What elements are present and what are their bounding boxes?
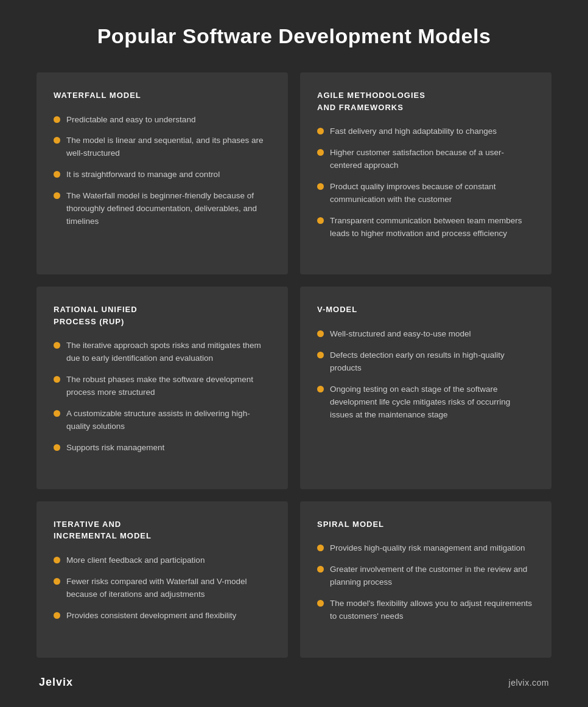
bullet-text: Predictable and easy to understand [66, 114, 195, 127]
bullet-dot-icon [317, 128, 324, 134]
brand-name: Jelvix [39, 676, 73, 689]
bullet-dot-icon [317, 566, 324, 573]
card-spiral: SPIRAL MODELProvides high-quality risk m… [300, 501, 551, 658]
bullet-dot-icon [317, 217, 324, 224]
list-item: The Waterfall model is beginner-friendly… [54, 190, 271, 228]
list-item: More client feedback and participation [54, 554, 271, 567]
card-title-rup: RATIONAL UNIFIEDPROCESS (RUP) [54, 304, 271, 327]
list-item: Greater involvement of the customer in t… [317, 563, 534, 589]
list-item: Supports risk management [54, 442, 271, 454]
bullet-dot-icon [54, 171, 60, 178]
bullet-text: The model is linear and sequential, and … [66, 134, 271, 160]
footer: Jelvix jelvix.com [37, 676, 551, 689]
bullet-dot-icon [54, 137, 60, 144]
list-item: The iterative approach spots risks and m… [54, 340, 271, 365]
card-title-spiral: SPIRAL MODEL [317, 518, 534, 531]
page-title: Popular Software Development Models [97, 24, 491, 48]
bullet-dot-icon [54, 192, 60, 199]
card-title-iterative: ITERATIVE ANDINCREMENTAL MODEL [54, 518, 271, 542]
cards-grid: WATERFALL MODELPredictable and easy to u… [37, 72, 551, 658]
bullet-text: Transparent communication between team m… [330, 215, 534, 240]
bullet-text: Supports risk management [66, 442, 164, 454]
list-item: Provides consistent development and flex… [54, 610, 271, 622]
list-item: Defects detection early on results in hi… [317, 349, 534, 375]
bullet-dot-icon [54, 376, 60, 383]
bullet-text: Defects detection early on results in hi… [330, 349, 534, 375]
list-item: Product quality improves because of cons… [317, 181, 534, 206]
bullet-dot-icon [54, 444, 60, 451]
list-item: The robust phases make the software deve… [54, 374, 271, 399]
bullet-text: Ongoing testing on each stage of the sof… [330, 383, 534, 422]
bullet-text: Fast delivery and high adaptability to c… [330, 125, 497, 138]
bullet-text: Higher customer satisfaction because of … [330, 147, 534, 172]
bullet-text: Provides consistent development and flex… [66, 610, 236, 622]
bullet-text: The model's flexibility allows you to ad… [330, 597, 534, 623]
bullet-text: Provides high-quality risk management an… [330, 542, 525, 555]
card-agile: AGILE METHODOLOGIESAND FRAMEWORKSFast de… [300, 72, 551, 274]
list-item: It is straightforward to manage and cont… [54, 169, 271, 181]
bullet-list-rup: The iterative approach spots risks and m… [54, 340, 271, 454]
list-item: The model's flexibility allows you to ad… [317, 597, 534, 623]
bullet-list-waterfall: Predictable and easy to understandThe mo… [54, 114, 271, 228]
bullet-list-agile: Fast delivery and high adaptability to c… [317, 125, 534, 240]
bullet-dot-icon [54, 116, 60, 123]
bullet-dot-icon [54, 578, 60, 585]
bullet-text: Product quality improves because of cons… [330, 181, 534, 206]
bullet-text: Greater involvement of the customer in t… [330, 563, 534, 589]
bullet-dot-icon [54, 342, 60, 349]
bullet-list-spiral: Provides high-quality risk management an… [317, 542, 534, 623]
list-item: Higher customer satisfaction because of … [317, 147, 534, 172]
list-item: Ongoing testing on each stage of the sof… [317, 383, 534, 422]
list-item: Transparent communication between team m… [317, 215, 534, 240]
card-title-agile: AGILE METHODOLOGIESAND FRAMEWORKS [317, 89, 534, 113]
list-item: A customizable structure assists in deli… [54, 408, 271, 433]
list-item: Fast delivery and high adaptability to c… [317, 125, 534, 138]
bullet-dot-icon [54, 410, 60, 417]
bullet-list-iterative: More client feedback and participationFe… [54, 554, 271, 622]
list-item: The model is linear and sequential, and … [54, 134, 271, 160]
bullet-dot-icon [317, 386, 324, 392]
card-title-vmodel: V-MODEL [317, 304, 534, 316]
bullet-dot-icon [54, 557, 60, 563]
bullet-text: A customizable structure assists in deli… [66, 408, 271, 433]
bullet-text: It is straightforward to manage and cont… [66, 169, 220, 181]
bullet-text: The Waterfall model is beginner-friendly… [66, 190, 271, 228]
bullet-dot-icon [317, 352, 324, 358]
bullet-text: The iterative approach spots risks and m… [66, 340, 271, 365]
bullet-dot-icon [317, 330, 324, 337]
bullet-text: More client feedback and participation [66, 554, 205, 567]
bullet-dot-icon [317, 149, 324, 156]
footer-url: jelvix.com [509, 678, 549, 688]
card-rup: RATIONAL UNIFIEDPROCESS (RUP)The iterati… [37, 287, 288, 489]
bullet-text: Well-structured and easy-to-use model [330, 328, 471, 341]
bullet-dot-icon [317, 183, 324, 190]
bullet-list-vmodel: Well-structured and easy-to-use modelDef… [317, 328, 534, 422]
bullet-dot-icon [317, 545, 324, 551]
bullet-dot-icon [54, 612, 60, 619]
card-title-waterfall: WATERFALL MODEL [54, 89, 271, 102]
bullet-text: The robust phases make the software deve… [66, 374, 271, 399]
list-item: Well-structured and easy-to-use model [317, 328, 534, 341]
list-item: Provides high-quality risk management an… [317, 542, 534, 555]
card-waterfall: WATERFALL MODELPredictable and easy to u… [37, 72, 288, 274]
list-item: Fewer risks compared with Waterfall and … [54, 576, 271, 601]
card-iterative: ITERATIVE ANDINCREMENTAL MODELMore clien… [37, 501, 288, 658]
bullet-text: Fewer risks compared with Waterfall and … [66, 576, 271, 601]
card-vmodel: V-MODELWell-structured and easy-to-use m… [300, 287, 551, 489]
bullet-dot-icon [317, 600, 324, 607]
list-item: Predictable and easy to understand [54, 114, 271, 127]
